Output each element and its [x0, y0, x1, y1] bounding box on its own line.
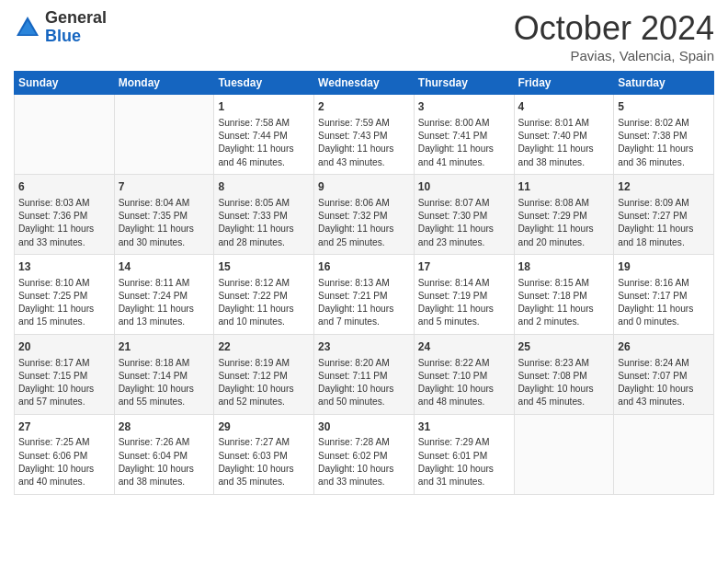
col-thursday: Thursday	[414, 72, 514, 95]
sunset-text: Sunset: 7:17 PM	[618, 291, 687, 301]
sunset-text: Sunset: 7:12 PM	[218, 371, 287, 381]
sunrise-text: Sunrise: 8:06 AM	[318, 198, 390, 208]
table-row	[514, 414, 614, 494]
table-row: 24Sunrise: 8:22 AMSunset: 7:10 PMDayligh…	[414, 334, 514, 414]
table-row: 14Sunrise: 8:11 AMSunset: 7:24 PMDayligh…	[114, 254, 214, 334]
sunset-text: Sunset: 7:40 PM	[518, 131, 587, 141]
sunset-text: Sunset: 7:32 PM	[318, 211, 387, 221]
daylight-text: Daylight: 11 hours and 25 minutes.	[318, 224, 393, 247]
col-sunday: Sunday	[15, 72, 115, 95]
sunset-text: Sunset: 7:24 PM	[119, 291, 188, 301]
sunset-text: Sunset: 7:07 PM	[618, 371, 687, 381]
sunrise-text: Sunrise: 7:26 AM	[119, 437, 190, 447]
sunrise-text: Sunrise: 8:09 AM	[618, 198, 689, 208]
calendar-header-row: Sunday Monday Tuesday Wednesday Thursday…	[15, 72, 714, 95]
day-number: 13	[18, 259, 110, 275]
daylight-text: Daylight: 11 hours and 46 minutes.	[218, 144, 293, 167]
month-title: October 2024	[514, 9, 714, 48]
daylight-text: Daylight: 11 hours and 2 minutes.	[518, 304, 594, 327]
daylight-text: Daylight: 11 hours and 10 minutes.	[218, 304, 293, 327]
calendar-week-row: 27Sunrise: 7:25 AMSunset: 6:06 PMDayligh…	[15, 414, 714, 494]
sunrise-text: Sunrise: 7:58 AM	[218, 118, 290, 128]
sunrise-text: Sunrise: 7:29 AM	[418, 437, 490, 447]
daylight-text: Daylight: 10 hours and 38 minutes.	[119, 464, 194, 487]
sunrise-text: Sunrise: 8:12 AM	[218, 278, 290, 288]
table-row: 3Sunrise: 8:00 AMSunset: 7:41 PMDaylight…	[414, 95, 514, 175]
daylight-text: Daylight: 11 hours and 30 minutes.	[119, 224, 194, 247]
logo-blue-text: Blue	[45, 28, 107, 46]
daylight-text: Daylight: 10 hours and 55 minutes.	[119, 384, 194, 407]
col-monday: Monday	[114, 72, 214, 95]
calendar-week-row: 20Sunrise: 8:17 AMSunset: 7:15 PMDayligh…	[15, 334, 714, 414]
table-row: 23Sunrise: 8:20 AMSunset: 7:11 PMDayligh…	[314, 334, 415, 414]
day-number: 30	[318, 419, 410, 435]
day-number: 25	[518, 339, 610, 355]
day-number: 7	[119, 179, 210, 195]
daylight-text: Daylight: 11 hours and 43 minutes.	[318, 144, 393, 167]
table-row: 13Sunrise: 8:10 AMSunset: 7:25 PMDayligh…	[15, 254, 115, 334]
table-row: 22Sunrise: 8:19 AMSunset: 7:12 PMDayligh…	[214, 334, 314, 414]
sunset-text: Sunset: 6:02 PM	[318, 451, 387, 461]
header: General Blue October 2024 Pavias, Valenc…	[14, 9, 714, 63]
day-number: 27	[18, 419, 110, 435]
daylight-text: Daylight: 11 hours and 0 minutes.	[618, 304, 693, 327]
day-number: 4	[518, 99, 610, 115]
sunrise-text: Sunrise: 7:59 AM	[318, 118, 390, 128]
table-row: 17Sunrise: 8:14 AMSunset: 7:19 PMDayligh…	[414, 254, 514, 334]
calendar-week-row: 1Sunrise: 7:58 AMSunset: 7:44 PMDaylight…	[15, 95, 714, 175]
sunrise-text: Sunrise: 8:22 AM	[418, 358, 490, 368]
table-row: 25Sunrise: 8:23 AMSunset: 7:08 PMDayligh…	[514, 334, 614, 414]
day-number: 22	[218, 339, 310, 355]
day-number: 8	[218, 179, 310, 195]
logo-icon	[14, 14, 41, 41]
table-row: 20Sunrise: 8:17 AMSunset: 7:15 PMDayligh…	[15, 334, 115, 414]
day-number: 26	[618, 339, 710, 355]
sunrise-text: Sunrise: 8:24 AM	[618, 358, 689, 368]
table-row: 1Sunrise: 7:58 AMSunset: 7:44 PMDaylight…	[214, 95, 314, 175]
sunrise-text: Sunrise: 8:03 AM	[18, 198, 90, 208]
daylight-text: Daylight: 11 hours and 41 minutes.	[418, 144, 494, 167]
sunset-text: Sunset: 7:43 PM	[318, 131, 387, 141]
day-number: 15	[218, 259, 310, 275]
sunset-text: Sunset: 7:29 PM	[518, 211, 587, 221]
day-number: 12	[618, 179, 710, 195]
day-number: 2	[318, 99, 410, 115]
daylight-text: Daylight: 11 hours and 13 minutes.	[119, 304, 194, 327]
sunrise-text: Sunrise: 8:14 AM	[418, 278, 490, 288]
day-number: 9	[318, 179, 410, 195]
daylight-text: Daylight: 10 hours and 45 minutes.	[518, 384, 594, 407]
table-row: 6Sunrise: 8:03 AMSunset: 7:36 PMDaylight…	[15, 174, 115, 254]
daylight-text: Daylight: 11 hours and 18 minutes.	[618, 224, 693, 247]
logo-text: General Blue	[45, 9, 107, 46]
daylight-text: Daylight: 11 hours and 28 minutes.	[218, 224, 293, 247]
sunset-text: Sunset: 7:27 PM	[618, 211, 687, 221]
title-block: October 2024 Pavias, Valencia, Spain	[514, 9, 714, 63]
day-number: 17	[418, 259, 510, 275]
sunset-text: Sunset: 7:18 PM	[518, 291, 587, 301]
table-row: 19Sunrise: 8:16 AMSunset: 7:17 PMDayligh…	[614, 254, 714, 334]
sunset-text: Sunset: 7:11 PM	[318, 371, 387, 381]
day-number: 31	[418, 419, 510, 435]
day-number: 3	[418, 99, 510, 115]
day-number: 29	[218, 419, 310, 435]
table-row: 8Sunrise: 8:05 AMSunset: 7:33 PMDaylight…	[214, 174, 314, 254]
table-row: 29Sunrise: 7:27 AMSunset: 6:03 PMDayligh…	[214, 414, 314, 494]
sunset-text: Sunset: 7:21 PM	[318, 291, 387, 301]
sunset-text: Sunset: 7:41 PM	[418, 131, 487, 141]
sunrise-text: Sunrise: 7:27 AM	[218, 437, 290, 447]
day-number: 18	[518, 259, 610, 275]
col-saturday: Saturday	[614, 72, 714, 95]
table-row: 10Sunrise: 8:07 AMSunset: 7:30 PMDayligh…	[414, 174, 514, 254]
daylight-text: Daylight: 10 hours and 35 minutes.	[218, 464, 293, 487]
sunset-text: Sunset: 7:08 PM	[518, 371, 587, 381]
sunset-text: Sunset: 7:10 PM	[418, 371, 487, 381]
sunrise-text: Sunrise: 8:04 AM	[119, 198, 190, 208]
col-tuesday: Tuesday	[214, 72, 314, 95]
location-title: Pavias, Valencia, Spain	[514, 48, 714, 63]
sunset-text: Sunset: 6:01 PM	[418, 451, 487, 461]
daylight-text: Daylight: 10 hours and 52 minutes.	[218, 384, 293, 407]
day-number: 1	[218, 99, 310, 115]
calendar-week-row: 6Sunrise: 8:03 AMSunset: 7:36 PMDaylight…	[15, 174, 714, 254]
sunrise-text: Sunrise: 7:28 AM	[318, 437, 390, 447]
daylight-text: Daylight: 10 hours and 33 minutes.	[318, 464, 393, 487]
